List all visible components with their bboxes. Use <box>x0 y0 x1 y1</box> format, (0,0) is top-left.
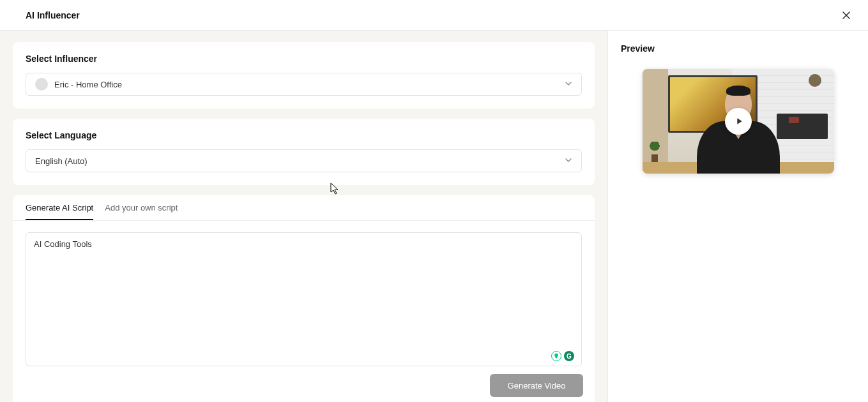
language-selected-value: English (Auto) <box>35 156 88 166</box>
play-button[interactable] <box>725 108 752 135</box>
language-select[interactable]: English (Auto) <box>26 149 582 172</box>
chevron-down-icon <box>565 155 572 167</box>
play-icon <box>734 116 744 126</box>
script-tabs: Generate AI Script Add your own script <box>13 195 595 221</box>
grammarly-icon[interactable]: G <box>564 351 574 361</box>
preview-pane: Preview <box>608 31 868 402</box>
influencer-select[interactable]: Eric - Home Office <box>26 73 582 96</box>
generate-video-button[interactable]: Generate Video <box>490 374 583 397</box>
chevron-down-icon <box>565 78 572 90</box>
preview-title: Preview <box>621 43 855 54</box>
textarea-badges: G <box>551 351 574 361</box>
script-card: Generate AI Script Add your own script G <box>13 195 595 402</box>
script-textarea[interactable] <box>26 232 582 366</box>
language-card: Select Language English (Auto) <box>13 119 595 185</box>
suggestion-bulb-icon[interactable] <box>551 351 561 361</box>
language-label: Select Language <box>26 130 582 140</box>
close-button[interactable] <box>837 6 855 24</box>
page-title: AI Influencer <box>26 10 80 20</box>
influencer-label: Select Influencer <box>26 54 582 64</box>
close-icon <box>842 11 851 20</box>
avatar-icon <box>35 78 48 91</box>
config-pane: Select Influencer Eric - Home Office Sel… <box>0 31 608 402</box>
influencer-selected-value: Eric - Home Office <box>54 80 122 89</box>
preview-video-thumbnail[interactable] <box>643 69 834 174</box>
tab-generate-ai-script[interactable]: Generate AI Script <box>26 203 93 220</box>
tab-add-own-script[interactable]: Add your own script <box>105 203 178 220</box>
influencer-card: Select Influencer Eric - Home Office <box>13 42 595 108</box>
